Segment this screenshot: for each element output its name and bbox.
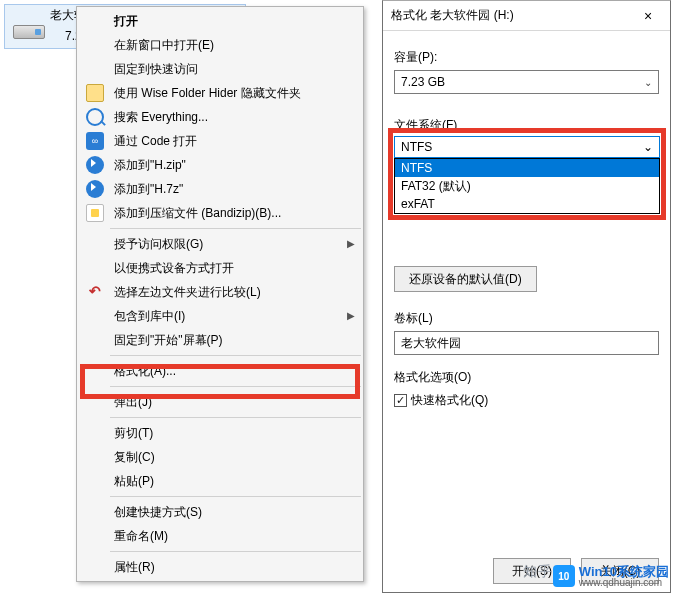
format-dialog: 格式化 老大软件园 (H:) × 容量(P): 7.23 GB ⌄ 还原设备的默… [382, 0, 671, 593]
menu-label: 添加到压缩文件 (Bandizip)(B)... [114, 206, 281, 220]
button-label: 还原设备的默认值(D) [409, 271, 522, 288]
watermark-zhihu: 知乎 [523, 563, 553, 581]
quick-format-label: 快速格式化(Q) [411, 392, 488, 409]
menu-add-hzip[interactable]: 添加到"H.zip" [78, 153, 362, 177]
menu-label: 固定到"开始"屏幕(P) [114, 333, 223, 347]
menu-label: 属性(R) [114, 560, 155, 574]
dialog-titlebar[interactable]: 格式化 老大软件园 (H:) × [383, 1, 670, 31]
archive-icon [86, 156, 104, 174]
menu-label: 添加到"H.7z" [114, 182, 183, 196]
dialog-title: 格式化 老大软件园 (H:) [391, 7, 514, 24]
menu-include-library[interactable]: 包含到库中(I)▶ [78, 304, 362, 328]
restore-defaults-button[interactable]: 还原设备的默认值(D) [394, 266, 537, 292]
chevron-down-icon: ⌄ [644, 77, 652, 88]
close-button[interactable]: × [626, 8, 670, 24]
context-menu: 打开 在新窗口中打开(E) 固定到快速访问 使用 Wise Folder Hid… [76, 6, 364, 582]
menu-label: 使用 Wise Folder Hider 隐藏文件夹 [114, 86, 301, 100]
quick-format-checkbox[interactable]: ✓ 快速格式化(Q) [394, 392, 659, 409]
menu-label: 重命名(M) [114, 529, 168, 543]
filesystem-option-fat32[interactable]: FAT32 (默认) [395, 177, 659, 195]
menu-format[interactable]: 格式化(A)... [78, 359, 362, 383]
menu-eject[interactable]: 弹出(J) [78, 390, 362, 414]
menu-pin-quick-access[interactable]: 固定到快速访问 [78, 57, 362, 81]
menu-label: 以便携式设备方式打开 [114, 261, 234, 275]
filesystem-label: 文件系统(F) [394, 117, 457, 134]
menu-copy[interactable]: 复制(C) [78, 445, 362, 469]
menu-label: 选择左边文件夹进行比较(L) [114, 285, 261, 299]
menu-search-everything[interactable]: 搜索 Everything... [78, 105, 362, 129]
menu-label: 搜索 Everything... [114, 110, 208, 124]
menu-separator [110, 551, 361, 552]
menu-create-shortcut[interactable]: 创建快捷方式(S) [78, 500, 362, 524]
bandizip-icon [86, 204, 104, 222]
menu-label: 在新窗口中打开(E) [114, 38, 214, 52]
filesystem-option-exfat[interactable]: exFAT [395, 195, 659, 213]
volume-label-label: 卷标(L) [394, 310, 659, 327]
menu-open-new-window[interactable]: 在新窗口中打开(E) [78, 33, 362, 57]
menu-grant-access[interactable]: 授予访问权限(G)▶ [78, 232, 362, 256]
folder-hide-icon [86, 84, 104, 102]
chevron-right-icon: ▶ [347, 232, 355, 256]
filesystem-dropdown: NTFS FAT32 (默认) exFAT [394, 158, 660, 214]
menu-label: 格式化(A)... [114, 364, 176, 378]
menu-separator [110, 386, 361, 387]
watermark-logo-icon: 10 [553, 565, 575, 587]
option-label: FAT32 (默认) [401, 179, 471, 193]
watermark-line2: www.qdhuajin.com [579, 577, 669, 588]
menu-label: 添加到"H.zip" [114, 158, 186, 172]
menu-add-archive[interactable]: 添加到压缩文件 (Bandizip)(B)... [78, 201, 362, 225]
filesystem-combo[interactable]: NTFS ⌄ [394, 136, 660, 158]
archive-icon [86, 180, 104, 198]
menu-separator [110, 228, 361, 229]
menu-portable-open[interactable]: 以便携式设备方式打开 [78, 256, 362, 280]
vscode-icon: ∞ [86, 132, 104, 150]
menu-cut[interactable]: 剪切(T) [78, 421, 362, 445]
menu-label: 弹出(J) [114, 395, 152, 409]
menu-paste[interactable]: 粘贴(P) [78, 469, 362, 493]
menu-add-h7z[interactable]: 添加到"H.7z" [78, 177, 362, 201]
menu-pin-start[interactable]: 固定到"开始"屏幕(P) [78, 328, 362, 352]
menu-label: 固定到快速访问 [114, 62, 198, 76]
search-icon [86, 108, 104, 126]
capacity-value: 7.23 GB [401, 75, 445, 89]
menu-label: 包含到库中(I) [114, 309, 185, 323]
menu-separator [110, 355, 361, 356]
chevron-down-icon: ⌄ [643, 140, 653, 154]
menu-properties[interactable]: 属性(R) [78, 555, 362, 579]
menu-label: 通过 Code 打开 [114, 134, 197, 148]
menu-open-with-code[interactable]: ∞通过 Code 打开 [78, 129, 362, 153]
menu-separator [110, 417, 361, 418]
format-options-label: 格式化选项(O) [394, 369, 659, 386]
filesystem-option-ntfs[interactable]: NTFS [395, 159, 659, 177]
volume-label-value: 老大软件园 [401, 335, 461, 352]
menu-rename[interactable]: 重命名(M) [78, 524, 362, 548]
menu-label: 授予访问权限(G) [114, 237, 203, 251]
menu-separator [110, 496, 361, 497]
filesystem-value: NTFS [401, 140, 432, 154]
capacity-label: 容量(P): [394, 49, 659, 66]
menu-label: 剪切(T) [114, 426, 153, 440]
menu-compare-left[interactable]: ↶选择左边文件夹进行比较(L) [78, 280, 362, 304]
volume-label-input[interactable]: 老大软件园 [394, 331, 659, 355]
menu-label: 复制(C) [114, 450, 155, 464]
drive-icon [13, 25, 45, 39]
menu-open[interactable]: 打开 [78, 9, 362, 33]
chevron-right-icon: ▶ [347, 304, 355, 328]
capacity-combo[interactable]: 7.23 GB ⌄ [394, 70, 659, 94]
menu-label: 创建快捷方式(S) [114, 505, 202, 519]
compare-icon: ↶ [86, 283, 104, 301]
menu-label: 粘贴(P) [114, 474, 154, 488]
menu-label: 打开 [114, 14, 138, 28]
option-label: NTFS [401, 161, 432, 175]
watermark-site: 10 Win10系统家园 www.qdhuajin.com [553, 565, 669, 588]
option-label: exFAT [401, 197, 435, 211]
checkbox-icon: ✓ [394, 394, 407, 407]
menu-wise-hider[interactable]: 使用 Wise Folder Hider 隐藏文件夹 [78, 81, 362, 105]
